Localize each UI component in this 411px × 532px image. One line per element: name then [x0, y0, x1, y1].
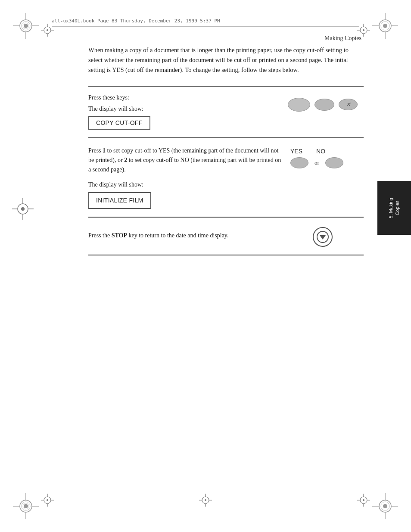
corner-mark-br: [372, 493, 398, 519]
svg-point-60: [383, 504, 387, 508]
section2-text: Press 1 to set copy cut-off to YES (the …: [88, 146, 282, 175]
corner-mark-bl: [13, 493, 39, 519]
display-box-2: INITIALIZE FILM: [88, 192, 151, 208]
intro-paragraph: When making a copy of a document that is…: [88, 45, 364, 75]
stop-button[interactable]: [313, 227, 333, 247]
svg-point-71: [363, 499, 364, 501]
key-button-1[interactable]: [288, 98, 310, 112]
key-button-x[interactable]: ✕: [339, 99, 358, 110]
svg-point-28: [21, 207, 25, 211]
or-label: or: [314, 159, 319, 166]
side-tab: 5. Making Copies: [377, 181, 411, 235]
yes-button[interactable]: [290, 157, 308, 168]
no-label: NO: [316, 148, 325, 155]
section3-text: Press the STOP key to return to the date…: [88, 231, 282, 240]
no-button[interactable]: [325, 157, 343, 168]
svg-point-26: [363, 29, 364, 31]
crosshair-bl: [41, 494, 54, 508]
display-label-1: The display will show:: [88, 106, 282, 112]
display-label-2: The display will show:: [88, 180, 282, 190]
svg-point-40: [24, 504, 28, 508]
file-info: all-ux340L.book Page 83 Thursday, Decemb…: [52, 18, 220, 24]
mid-mark-left: [12, 198, 34, 221]
corner-mark-tr: [372, 13, 398, 39]
corner-mark-tl: [13, 13, 39, 39]
press-keys-label: Press these keys:: [88, 94, 282, 101]
page-title: Making Copies: [324, 34, 361, 42]
key-button-2[interactable]: [314, 99, 334, 111]
svg-point-13: [47, 29, 48, 31]
display-box-1: COPY CUT-OFF: [88, 116, 150, 130]
crosshair-bc: [199, 494, 212, 508]
section-3: Press the STOP key to return to the date…: [88, 217, 364, 255]
section-2: Press 1 to set copy cut-off to YES (the …: [88, 137, 364, 217]
svg-point-15: [383, 24, 387, 28]
svg-point-1: [24, 24, 28, 28]
crosshair-br: [357, 494, 370, 508]
svg-point-58: [205, 499, 206, 501]
svg-point-52: [47, 499, 48, 501]
yes-label: YES: [290, 148, 302, 155]
section-1: Press these keys: The display will show:…: [88, 86, 364, 137]
